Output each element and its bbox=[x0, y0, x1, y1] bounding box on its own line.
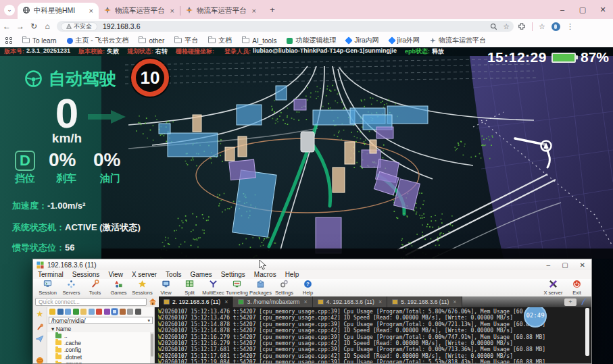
toolbar-button-x-server[interactable]: X server bbox=[541, 280, 565, 296]
toolbar-button-tunneling[interactable]: Tunneling bbox=[225, 280, 249, 296]
bookmark-star-icon[interactable]: ☆ bbox=[503, 22, 510, 31]
menu-item-macros[interactable]: Macros bbox=[254, 271, 276, 278]
bookmark-item[interactable]: AI_tools bbox=[242, 36, 276, 45]
toolbar-button-servers[interactable]: Servers bbox=[59, 280, 83, 296]
menu-item-sessions[interactable]: Sessions bbox=[72, 271, 100, 278]
tab-close-icon[interactable]: × bbox=[89, 7, 93, 15]
macros-panel-icon[interactable] bbox=[35, 336, 45, 342]
toolbar-button-sessions[interactable]: Sessions bbox=[130, 280, 154, 296]
toolbar-button-help[interactable]: ?Help bbox=[296, 280, 320, 296]
forward-icon[interactable]: → bbox=[14, 22, 27, 31]
new-tab-button[interactable]: + bbox=[267, 5, 278, 16]
toolbar-button-multiexec[interactable]: MultiExec bbox=[201, 280, 225, 296]
back-icon[interactable]: ← bbox=[0, 22, 14, 31]
file-tree-row[interactable]: .. bbox=[47, 332, 154, 340]
bookmark-item[interactable]: other bbox=[139, 36, 164, 45]
minimize-icon[interactable]: – bbox=[552, 5, 572, 14]
tab-close-icon[interactable]: × bbox=[453, 298, 456, 305]
bookmark-item[interactable]: 主页 - 飞书云文档 bbox=[67, 36, 129, 45]
toolbar-button-exit[interactable]: Exit bbox=[565, 280, 589, 296]
file-tool-icon[interactable] bbox=[96, 309, 102, 315]
home-icon[interactable]: ⌂ bbox=[41, 22, 54, 31]
session-tab[interactable]: 5. 192.168.3.6 (11)× bbox=[387, 296, 462, 307]
session-tab[interactable]: 3. /home/mobaxterm× bbox=[233, 296, 312, 307]
file-tree-row[interactable]: .config bbox=[47, 346, 154, 354]
file-tool-icon[interactable] bbox=[135, 309, 141, 315]
terminal-output[interactable]: 02:49 W20260107 15:12:13.476 t:54207 [cp… bbox=[155, 307, 591, 363]
tree-header[interactable]: ▾ Name bbox=[47, 325, 154, 332]
menu-item-view[interactable]: View bbox=[108, 271, 123, 278]
new-session-tab-button[interactable]: + bbox=[564, 298, 577, 306]
file-tree-row[interactable]: .gnupg bbox=[47, 361, 154, 363]
file-tool-icon[interactable] bbox=[73, 309, 79, 315]
tab-close-icon[interactable]: × bbox=[224, 298, 228, 305]
menu-item-settings[interactable]: Settings bbox=[221, 271, 245, 278]
toolbar-button-games[interactable]: Games bbox=[107, 280, 130, 296]
toolbar-button-settings[interactable]: Settings bbox=[272, 280, 296, 296]
file-tool-icon[interactable] bbox=[112, 309, 118, 315]
file-tool-icon[interactable] bbox=[89, 309, 95, 315]
file-tree-row[interactable]: .dotnet bbox=[47, 354, 154, 361]
maximize-icon[interactable]: ▢ bbox=[562, 261, 568, 269]
path-dropdown[interactable]: /home/nvidia/▾ bbox=[49, 317, 153, 324]
security-badge[interactable]: 不安全 bbox=[61, 22, 97, 31]
toolbar-button-split[interactable]: Split bbox=[178, 280, 201, 296]
close-icon[interactable]: ✕ bbox=[593, 5, 613, 14]
menu-item-help[interactable]: Help bbox=[285, 271, 299, 278]
extensions-icon[interactable] bbox=[518, 22, 526, 30]
menu-item-games[interactable]: Games bbox=[190, 271, 212, 278]
toolbar-button-packages[interactable]: Packages bbox=[249, 280, 272, 296]
file-tool-icon[interactable] bbox=[57, 309, 64, 315]
menu-kebab-icon[interactable]: ⋮ bbox=[566, 22, 574, 31]
quick-connect-input[interactable]: Quick connect... bbox=[35, 298, 147, 306]
bookmark-item[interactable]: To learn bbox=[22, 36, 57, 45]
bookmark-item[interactable]: 文档 bbox=[208, 36, 232, 45]
file-tool-icon[interactable] bbox=[104, 309, 110, 315]
bookmark-item[interactable]: Jira内网 bbox=[346, 36, 378, 45]
bookmark-item[interactable]: 物流车运营平台 bbox=[430, 36, 486, 45]
tab-search-icon[interactable]: ⌄ bbox=[4, 5, 15, 16]
toolbar-button-tools[interactable]: Tools bbox=[83, 280, 107, 296]
terminal-scrollbar[interactable] bbox=[585, 308, 589, 356]
maximize-icon[interactable]: ▢ bbox=[572, 5, 593, 14]
minimize-icon[interactable]: – bbox=[547, 261, 551, 269]
file-tree-row[interactable]: .cache bbox=[47, 340, 154, 347]
mobaxterm-title-bar[interactable]: 192.168.3.6 (11) – ▢ ✕ bbox=[33, 259, 591, 270]
session-tab[interactable]: 4. 192.168.3.6 (11)× bbox=[313, 296, 387, 307]
file-tool-icon[interactable] bbox=[120, 309, 126, 315]
sessions-panel-icon[interactable]: ★ bbox=[35, 309, 45, 319]
menu-item-x-server[interactable]: X server bbox=[132, 271, 157, 278]
browser-tab[interactable]: 物流车运营平台× bbox=[180, 3, 262, 19]
browser-tab[interactable]: 物流车运营平台× bbox=[99, 3, 180, 19]
toolbar-button-view[interactable]: View bbox=[154, 280, 178, 296]
url-bar[interactable]: 不安全 192.168.3.6 ☆ bbox=[57, 21, 514, 32]
home-session-icon[interactable] bbox=[149, 298, 157, 306]
session-tab[interactable]: 2. 192.168.3.6 (11)× bbox=[159, 296, 233, 307]
tab-close-icon[interactable]: × bbox=[170, 7, 174, 15]
bookmark-item[interactable]: jira外网 bbox=[389, 36, 420, 45]
menu-item-terminal[interactable]: Terminal bbox=[38, 271, 64, 278]
sftp-panel-icon[interactable] bbox=[35, 357, 45, 364]
browser-tab[interactable]: 中科星驰HMI× bbox=[18, 3, 99, 19]
file-tool-icon[interactable] bbox=[127, 309, 133, 315]
close-icon[interactable]: ✕ bbox=[580, 261, 585, 269]
search-icon[interactable] bbox=[490, 23, 497, 30]
file-tool-icon[interactable] bbox=[49, 309, 55, 315]
profile-avatar[interactable] bbox=[551, 22, 560, 31]
file-tool-icon[interactable] bbox=[80, 309, 87, 315]
sidebar-scrollbar[interactable] bbox=[150, 332, 154, 363]
tools-panel-icon[interactable] bbox=[35, 323, 45, 331]
toolbar-button-session[interactable]: Session bbox=[36, 280, 59, 296]
file-tool-icon[interactable] bbox=[65, 309, 71, 315]
bookmark-item[interactable]: 平台 bbox=[174, 36, 198, 45]
menu-item-tools[interactable]: Tools bbox=[166, 271, 181, 278]
side-panel-star-icon[interactable]: ☆ bbox=[539, 22, 545, 31]
url-text[interactable]: 192.168.3.6 bbox=[103, 22, 485, 30]
quill-icon[interactable] bbox=[581, 298, 587, 306]
bookmark-item[interactable]: 功能逻辑梳理 bbox=[287, 36, 336, 45]
tab-close-icon[interactable]: × bbox=[303, 298, 307, 305]
reload-icon[interactable]: ↻ bbox=[27, 22, 41, 31]
tab-close-icon[interactable]: × bbox=[252, 7, 256, 15]
tab-close-icon[interactable]: × bbox=[378, 298, 382, 305]
apps-grid-icon[interactable] bbox=[5, 37, 12, 44]
